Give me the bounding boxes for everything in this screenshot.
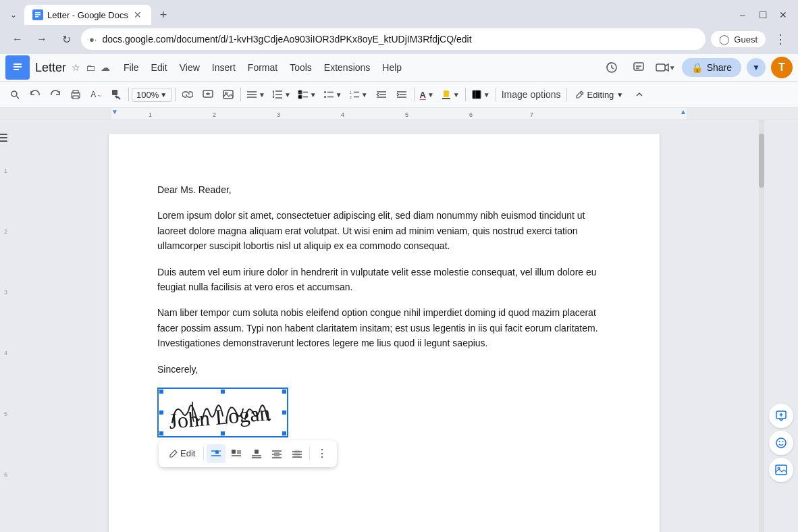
reload-button[interactable]: ↻ <box>57 30 76 49</box>
paragraph-2: Duis autem vel eum iriure dolor in hendr… <box>157 265 611 295</box>
menu-edit[interactable]: Edit <box>146 59 173 76</box>
spellcheck-button[interactable]: A ~ <box>86 85 105 104</box>
highlight-button[interactable]: ▼ <box>438 85 462 104</box>
add-comment-side-button[interactable] <box>769 404 793 428</box>
menu-view[interactable]: View <box>174 59 205 76</box>
increase-indent-button[interactable] <box>392 85 411 104</box>
emoji-side-button[interactable] <box>769 431 793 455</box>
version-history-button[interactable] <box>601 57 622 78</box>
print-button[interactable] <box>66 85 85 104</box>
maximize-button[interactable]: ☐ <box>753 5 772 24</box>
left-margin: 1 2 3 4 5 6 <box>0 120 9 532</box>
svg-rect-6 <box>14 66 22 68</box>
undo-button[interactable] <box>26 85 45 104</box>
resize-handle-mr[interactable] <box>282 410 287 415</box>
image-more-button[interactable]: ⋮ <box>313 444 331 463</box>
resize-handle-ml[interactable] <box>159 410 164 415</box>
page-marker-6: 6 <box>4 471 7 478</box>
ruler-right-margin <box>687 108 798 119</box>
editing-mode-button[interactable]: Editing ▼ <box>570 87 629 103</box>
folder-icon[interactable]: 🗀 <box>86 62 95 73</box>
star-icon[interactable]: ☆ <box>72 62 80 73</box>
comments-button[interactable] <box>628 57 649 78</box>
cloud-icon[interactable]: ☁ <box>101 62 110 73</box>
menu-tools[interactable]: Tools <box>284 59 317 76</box>
image-options-label: Image options <box>502 89 561 100</box>
image-options-button[interactable]: Image options <box>499 85 564 104</box>
docs-menu: File Edit View Insert Format Tools Exten… <box>118 59 407 76</box>
search-button[interactable] <box>5 85 24 104</box>
menu-insert[interactable]: Insert <box>207 59 241 76</box>
image-edit-button[interactable]: Edit <box>164 446 201 461</box>
profile-button[interactable]: ◯ Guest <box>711 31 766 47</box>
url-bar[interactable]: ●∙ docs.google.com/document/d/1-kvH3gCdj… <box>81 28 706 50</box>
page-marker-4: 4 <box>4 350 7 356</box>
svg-text:2.: 2. <box>350 95 352 99</box>
tab-favicon <box>32 9 43 20</box>
share-button[interactable]: 🔒 Share <box>682 58 741 77</box>
back-button[interactable]: ← <box>8 30 27 49</box>
docs-header: Letter ☆ 🗀 ☁ File Edit View Insert Forma… <box>0 54 798 81</box>
resize-handle-tm[interactable] <box>220 389 225 394</box>
insert-image-button[interactable] <box>219 85 238 104</box>
svg-point-79 <box>776 438 786 448</box>
toolbar-collapse-button[interactable] <box>630 85 649 104</box>
image-toolbar: Edit <box>159 440 337 467</box>
svg-point-36 <box>324 91 326 93</box>
user-avatar[interactable]: T <box>771 57 793 78</box>
page-settings-button[interactable]: ▼ <box>469 85 493 104</box>
ruler-5: 5 <box>405 111 408 118</box>
paint-format-button[interactable] <box>107 85 126 104</box>
forward-button[interactable]: → <box>32 30 51 49</box>
svg-line-19 <box>117 97 120 99</box>
document-area[interactable]: Dear Ms. Reader, Lorem ipsum dolor sit a… <box>9 120 759 532</box>
resize-handle-tl[interactable] <box>159 389 164 394</box>
resize-handle-tr[interactable] <box>282 389 287 394</box>
image-align-front-button[interactable] <box>267 444 286 463</box>
video-call-button[interactable]: ▼ <box>655 57 676 78</box>
resize-handle-bl[interactable] <box>159 431 164 436</box>
image-align-inline-button[interactable] <box>207 444 225 463</box>
checklist-button[interactable]: ▼ <box>295 85 319 104</box>
close-button[interactable]: ✕ <box>774 5 793 24</box>
share-expand-button[interactable]: ▼ <box>747 58 766 77</box>
link-button[interactable] <box>178 85 197 104</box>
new-tab-button[interactable]: + <box>154 5 173 24</box>
scrollbar-track[interactable] <box>759 120 764 532</box>
svg-rect-72 <box>294 450 300 458</box>
image-side-button[interactable] <box>769 458 793 482</box>
menu-file[interactable]: File <box>118 59 144 76</box>
svg-rect-52 <box>473 90 481 99</box>
menu-extensions[interactable]: Extensions <box>319 59 375 76</box>
active-tab[interactable]: Letter - Google Docs ✕ <box>24 5 151 25</box>
line-spacing-button[interactable]: ▼ <box>269 85 294 104</box>
zoom-selector[interactable]: 100% ▼ <box>132 88 172 102</box>
menu-format[interactable]: Format <box>242 59 283 76</box>
svg-rect-82 <box>776 465 787 475</box>
resize-handle-bm[interactable] <box>220 431 225 436</box>
minimize-button[interactable]: – <box>733 5 752 24</box>
image-align-wrap-button[interactable] <box>227 444 246 463</box>
tab-close-button[interactable]: ✕ <box>132 9 143 20</box>
scrollbar-thumb[interactable] <box>759 134 764 188</box>
signature-image[interactable]: John Logan Edit <box>157 388 288 437</box>
tab-group-arrow[interactable]: ⌄ <box>5 7 22 23</box>
image-align-break-button[interactable] <box>247 444 266 463</box>
docs-title[interactable]: Letter <box>35 61 66 75</box>
redo-button[interactable] <box>46 85 65 104</box>
add-comment-button[interactable] <box>198 85 217 104</box>
decrease-indent-button[interactable] <box>372 85 391 104</box>
resize-handle-br[interactable] <box>282 431 287 436</box>
toolbar-separator-6 <box>496 88 496 101</box>
browser-more-button[interactable]: ⋮ <box>771 30 790 49</box>
bullets-button[interactable]: ▼ <box>321 85 345 104</box>
align-button[interactable]: ▼ <box>244 85 268 104</box>
text-color-button[interactable]: A ▼ <box>417 85 437 104</box>
svg-rect-7 <box>14 69 19 70</box>
image-align-behind-button[interactable] <box>288 444 307 463</box>
share-lock-icon: 🔒 <box>691 62 703 73</box>
svg-rect-71 <box>274 452 280 456</box>
menu-help[interactable]: Help <box>377 59 407 76</box>
svg-rect-33 <box>298 95 302 99</box>
numbering-button[interactable]: 1. 2. ▼ <box>346 85 371 104</box>
